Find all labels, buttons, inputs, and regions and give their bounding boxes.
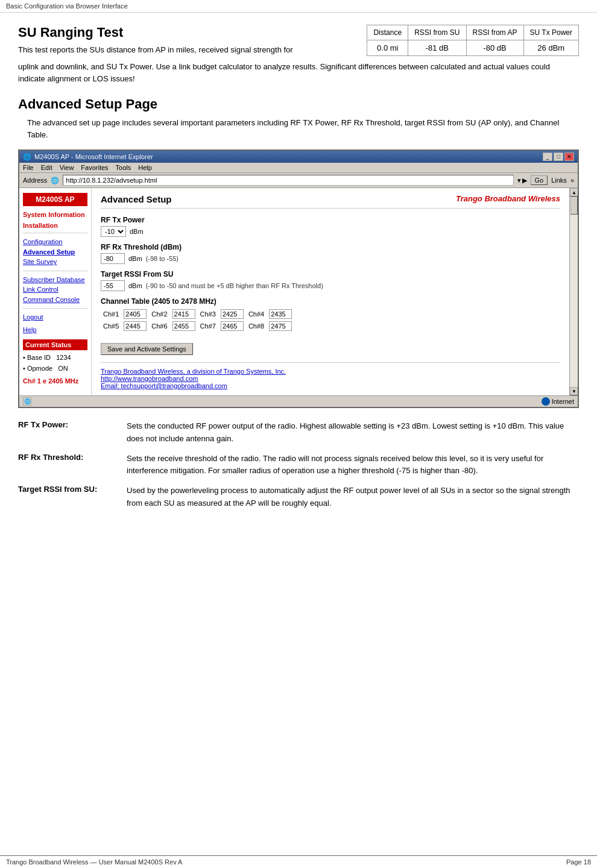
ch3-input[interactable] bbox=[221, 309, 244, 319]
target-rssi-row: dBm (-90 to -50 and must be +5 dB higher… bbox=[101, 280, 560, 291]
links-arrow-icon: » bbox=[570, 177, 574, 184]
close-button[interactable]: ✕ bbox=[564, 153, 574, 161]
sidebar-link-logout[interactable]: Logout bbox=[23, 312, 87, 322]
ch1-label: Ch#1 bbox=[101, 308, 121, 320]
target-rssi-label: Target RSSI From SU bbox=[101, 270, 560, 278]
ch3-label: Ch#3 bbox=[198, 308, 218, 320]
scroll-up-button[interactable]: ▲ bbox=[570, 188, 578, 197]
ranging-val-distance: 0.0 mi bbox=[367, 40, 408, 56]
browser-main-content: Advanced Setup Trango Broadband Wireless… bbox=[92, 188, 569, 395]
menu-file[interactable]: File bbox=[23, 164, 34, 171]
browser-controls[interactable]: _ □ ✕ bbox=[543, 153, 574, 161]
su-ranging-top: SU Ranging Test This test reports the SU… bbox=[18, 25, 579, 56]
scroll-thumb[interactable] bbox=[570, 197, 578, 215]
channel-table: Ch#1 Ch#2 Ch#3 Ch#4 Ch#5 bbox=[101, 308, 294, 332]
ranging-col-tx-power: SU Tx Power bbox=[523, 25, 578, 40]
internet-label: Internet bbox=[552, 398, 574, 405]
sidebar-divider-2 bbox=[23, 271, 87, 271]
address-label: Address bbox=[23, 177, 47, 184]
rf-rx-threshold-section: RF Rx Threshold (dBm) dBm (-98 to -55) bbox=[101, 243, 560, 264]
ch4-input[interactable] bbox=[269, 309, 292, 319]
target-rssi-input[interactable] bbox=[101, 280, 125, 291]
sidebar-link-advanced-setup[interactable]: Advanced Setup bbox=[23, 247, 87, 257]
footer-url[interactable]: http://www.trangobroadband.com bbox=[101, 375, 560, 382]
menu-tools[interactable]: Tools bbox=[116, 164, 131, 171]
target-rssi-hint: (-90 to -50 and must be +5 dB higher tha… bbox=[146, 282, 323, 289]
save-activate-button[interactable]: Save and Activate Settings bbox=[101, 343, 193, 355]
ch7-label: Ch#7 bbox=[198, 320, 218, 332]
sidebar-device-name: M2400S AP bbox=[23, 193, 87, 206]
ch8-input[interactable] bbox=[269, 321, 292, 331]
menu-help[interactable]: Help bbox=[138, 164, 152, 171]
ranging-table: Distance RSSI from SU RSSI from AP SU Tx… bbox=[367, 25, 579, 56]
maximize-button[interactable]: □ bbox=[554, 153, 563, 161]
ranging-col-distance: Distance bbox=[367, 25, 408, 40]
ranging-col-rssi-su: RSSI from SU bbox=[408, 25, 466, 40]
sidebar-divider-1 bbox=[23, 233, 87, 233]
browser-statusbar: 🌐 Internet bbox=[19, 395, 578, 407]
sidebar-link-site-survey[interactable]: Site Survey bbox=[23, 257, 87, 267]
sidebar-link-help[interactable]: Help bbox=[23, 325, 87, 335]
footer-company[interactable]: Trango Broadband Wireless, a division of… bbox=[101, 368, 286, 375]
internet-indicator: Internet bbox=[542, 397, 574, 406]
target-rssi-unit: dBm bbox=[128, 282, 142, 289]
ch6-input[interactable] bbox=[172, 321, 195, 331]
desc-def-rf-rx: Sets the receive threshold of the radio.… bbox=[127, 453, 579, 478]
rf-tx-power-select[interactable]: -10 bbox=[101, 226, 126, 237]
browser-main-header: Advanced Setup Trango Broadband Wireless bbox=[101, 194, 560, 209]
ch2-input[interactable] bbox=[172, 309, 195, 319]
sidebar-link-configuration[interactable]: Configuration bbox=[23, 237, 87, 247]
desc-term-rf-tx: RF Tx Power: bbox=[18, 420, 115, 429]
scroll-down-button[interactable]: ▼ bbox=[570, 387, 578, 395]
address-input[interactable]: http://10.8.1.232/advsetup.html bbox=[63, 175, 513, 186]
ch4-label: Ch#4 bbox=[246, 308, 267, 320]
sidebar-system-info[interactable]: System Information bbox=[23, 211, 87, 218]
ch5-input[interactable] bbox=[124, 321, 147, 331]
rf-tx-power-row: -10 dBm bbox=[101, 226, 560, 237]
ch5-label: Ch#5 bbox=[101, 320, 121, 332]
su-ranging-section: SU Ranging Test This test reports the SU… bbox=[18, 25, 579, 84]
go-button[interactable]: Go bbox=[531, 175, 548, 185]
descriptions-section: RF Tx Power: Sets the conducted RF power… bbox=[18, 420, 579, 510]
rf-rx-threshold-label: RF Rx Threshold (dBm) bbox=[101, 243, 560, 251]
sidebar-link-control[interactable]: Link Control bbox=[23, 285, 87, 295]
desc-term-rf-rx: RF Rx Threshold: bbox=[18, 453, 115, 462]
desc-row-target-rssi: Target RSSI from SU: Used by the powerle… bbox=[18, 485, 579, 510]
footer-left: Trango Broadband Wireless — User Manual … bbox=[6, 858, 182, 866]
channel-table-label: Channel Table (2405 to 2478 MHz) bbox=[101, 297, 560, 306]
sidebar-current-status: Current Status bbox=[23, 339, 87, 350]
ranging-val-tx-power: 26 dBm bbox=[523, 40, 578, 56]
ranging-val-rssi-ap: -80 dB bbox=[466, 40, 523, 56]
desc-term-target-rssi: Target RSSI from SU: bbox=[18, 485, 115, 494]
sidebar-link-subscriber-db[interactable]: Subscriber Database bbox=[23, 275, 87, 285]
page-footer: Trango Broadband Wireless — User Manual … bbox=[0, 855, 597, 868]
links-label[interactable]: Links bbox=[551, 177, 567, 184]
browser-addressbar: Address 🌐 http://10.8.1.232/advsetup.htm… bbox=[19, 173, 578, 188]
rf-rx-threshold-hint: (-98 to -55) bbox=[146, 255, 178, 262]
desc-row-rf-rx: RF Rx Threshold: Sets the receive thresh… bbox=[18, 453, 579, 478]
browser-menubar: File Edit View Favorites Tools Help bbox=[19, 163, 578, 173]
page-icon: 🌐 bbox=[23, 397, 31, 406]
footer-email[interactable]: Email: techsupport@trangobroadband.com bbox=[101, 382, 560, 389]
menu-view[interactable]: View bbox=[60, 164, 74, 171]
desc-row-rf-tx: RF Tx Power: Sets the conducted RF power… bbox=[18, 420, 579, 445]
sidebar-installation[interactable]: Installation bbox=[23, 222, 87, 229]
bullet-opmode: • bbox=[23, 365, 27, 372]
ch7-input[interactable] bbox=[221, 321, 244, 331]
ch1-input[interactable] bbox=[124, 309, 147, 319]
browser-content-area: M2400S AP System Information Installatio… bbox=[19, 188, 578, 395]
sidebar-link-console[interactable]: Command Console bbox=[23, 295, 87, 305]
target-rssi-section: Target RSSI From SU dBm (-90 to -50 and … bbox=[101, 270, 560, 291]
browser-icon: 🌐 bbox=[23, 153, 31, 161]
rf-rx-threshold-input[interactable] bbox=[101, 253, 125, 264]
desc-def-target-rssi: Used by the powerleveling process to aut… bbox=[127, 485, 579, 510]
menu-favorites[interactable]: Favorites bbox=[81, 164, 108, 171]
browser-scrollbar[interactable]: ▲ ▼ bbox=[569, 188, 578, 395]
rf-rx-threshold-row: dBm (-98 to -55) bbox=[101, 253, 560, 264]
browser-footer-info: Trango Broadband Wireless, a division of… bbox=[101, 362, 560, 389]
nav-dropdown-icon[interactable]: ▾ bbox=[517, 177, 521, 184]
minimize-button[interactable]: _ bbox=[543, 153, 552, 161]
rf-tx-power-label: RF Tx Power bbox=[101, 216, 560, 224]
menu-edit[interactable]: Edit bbox=[41, 164, 52, 171]
scroll-track bbox=[570, 197, 578, 387]
